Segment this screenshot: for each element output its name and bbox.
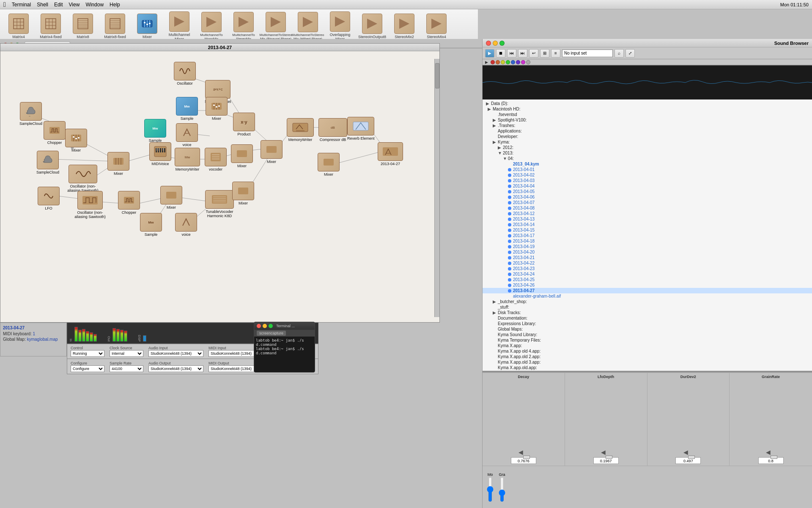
canvas-vscroll[interactable] (434, 59, 439, 317)
sb-prev-btn[interactable]: ⏮ (507, 49, 516, 58)
node-mixer2[interactable]: Mixer (65, 129, 87, 152)
tree-fseventsd[interactable]: .fseventsd (483, 112, 812, 117)
color-blue[interactable] (511, 60, 515, 64)
tree-0427[interactable]: 2013-04-27 (483, 288, 812, 293)
sb-search-btn[interactable]: ⌕ (614, 49, 624, 58)
tree-0423[interactable]: 2013-04-23 (483, 266, 812, 271)
node-product[interactable]: x·y Product (233, 113, 255, 136)
color-gray[interactable] (526, 60, 530, 64)
node-memwriter2[interactable]: Mw MemoryWriter (175, 148, 200, 171)
color-purple[interactable] (516, 60, 520, 64)
sb-play-btn[interactable]: ▶ (485, 49, 494, 58)
tree-0420[interactable]: 2013-04-20 (483, 249, 812, 255)
tree-spotlight[interactable]: ▶Spotlight-V100: (483, 117, 812, 123)
toolbar-mixer[interactable]: Mixer (132, 14, 162, 39)
tree-0421[interactable]: 2013-04-21 (483, 255, 812, 260)
tree-kymax-old[interactable]: Kyma X.app.old.app: (483, 365, 812, 370)
toolbar-stereomix2[interactable]: StereoMix2 (389, 14, 420, 39)
toolbar-matrix8fixed[interactable]: Matrix8-fixed (100, 14, 130, 39)
tree-butcher[interactable]: ▶_butcher_shop: (483, 299, 812, 304)
node-sample2[interactable]: Mw Sample (144, 119, 166, 143)
tree-0422[interactable]: 2013-04-22 (483, 260, 812, 266)
menu-window[interactable]: Window (85, 2, 104, 8)
vscroll-thumb[interactable] (435, 63, 439, 88)
sb-close-btn[interactable] (486, 41, 491, 46)
sample-rate-select[interactable]: 44100 (110, 365, 143, 372)
configure-select[interactable]: Configure (71, 365, 104, 372)
tree-0417[interactable]: 2013-04-17 (483, 233, 812, 238)
tree-applications[interactable]: Applications: (483, 128, 812, 134)
lfodepth-left-arrow[interactable]: ◀ (601, 449, 606, 456)
audio-output-select[interactable]: StudioKonnekt48 (1394) (148, 365, 203, 372)
tree-0413[interactable]: 2013-04-13 (483, 216, 812, 222)
node-mixer8[interactable]: Mixer (232, 182, 254, 205)
toolbar-multichannel-mixer[interactable]: Multichannel Mixer (164, 11, 195, 41)
tree-2012[interactable]: ▶2012: (483, 145, 812, 150)
sb-min-btn[interactable] (493, 41, 498, 46)
tree-0412[interactable]: 2013-04-12 (483, 211, 812, 216)
mo-slider[interactable] (486, 477, 494, 502)
tree-0402[interactable]: 2013-04-02 (483, 172, 812, 178)
node-chopper1[interactable]: Chopper (44, 121, 66, 145)
tree-stuff[interactable]: _stuff: (483, 304, 812, 310)
toolbar-stereoin8[interactable]: StereoInOutput8 (357, 14, 387, 39)
term-close-btn[interactable] (257, 324, 261, 328)
sb-stop-btn[interactable]: ⏹ (496, 49, 505, 58)
node-oscillator3[interactable]: Oscillator (non-aliasing Sawtooth) (73, 191, 107, 219)
term-max-btn[interactable] (269, 324, 273, 328)
node-mixer6[interactable]: Mixer (318, 153, 340, 177)
sb-file-tree[interactable]: ▶Data (D): ▶Macintosh HD: .fseventsd ▶Sp… (483, 99, 812, 371)
tree-kyma[interactable]: ▶Kyma: (483, 139, 812, 145)
durdev2-knob[interactable] (688, 456, 695, 459)
node-sample1[interactable]: Mw Sample (176, 97, 198, 121)
node-midivoice[interactable]: MIDIVoice (149, 142, 171, 166)
tree-0405[interactable]: 2013-04-05 (483, 189, 812, 194)
node-compressor[interactable]: dB Compressor dB (318, 118, 347, 142)
tree-kyma-sound[interactable]: Kyma Sound Library: (483, 332, 812, 337)
toolbar-matrix4[interactable]: Matrix4 (3, 14, 34, 39)
node-sample3[interactable]: Mw Sample (140, 213, 162, 237)
node-vocoder[interactable]: vocoder (205, 148, 227, 171)
menu-terminal[interactable]: Terminal (12, 2, 31, 8)
node-oscillator2[interactable]: Oscillator (non-aliasing Sawtooth) (66, 165, 100, 193)
tree-data[interactable]: ▶Data (D): (483, 101, 812, 106)
decay-knob[interactable] (523, 456, 530, 459)
menu-edit[interactable]: Edit (54, 2, 63, 8)
gra-slider[interactable] (498, 477, 506, 502)
tree-trashes[interactable]: ▶.Trashes: (483, 123, 812, 128)
tree-kymax-old4[interactable]: Kyma X.app old 4.app: (483, 348, 812, 354)
node-mixer1[interactable]: Mixer (206, 97, 228, 121)
sb-grid-btn[interactable]: ⊞ (540, 49, 549, 58)
tree-0419[interactable]: 2013-04-19 (483, 244, 812, 249)
grainrate-left-arrow[interactable]: ◀ (766, 449, 771, 456)
terminal-tab[interactable]: screencapture (257, 331, 286, 336)
tree-2013[interactable]: ▼2013: (483, 150, 812, 156)
tree-developer[interactable]: Developer: (483, 134, 812, 139)
durdev2-left-arrow[interactable]: ◀ (683, 449, 688, 456)
tree-kymax-old3[interactable]: Kyma X.app.old 3.app: (483, 359, 812, 365)
node-lfo[interactable]: LFO (38, 187, 60, 210)
decay-left-arrow[interactable]: ◀ (518, 449, 523, 456)
color-magenta[interactable] (521, 60, 525, 64)
tree-0418[interactable]: 2013-04-18 (483, 238, 812, 244)
tree-0426[interactable]: 2013-04-26 (483, 282, 812, 288)
lfodepth-knob[interactable] (606, 456, 612, 459)
tree-disk-tracks[interactable]: ▶Disk Tracks: (483, 310, 812, 315)
tree-kymax[interactable]: Kyma X.app: (483, 343, 812, 348)
tree-expressions[interactable]: Expressions Library: (483, 321, 812, 326)
sb-loop-btn[interactable]: ↩ (529, 49, 538, 58)
node-samplecloud2[interactable]: SampleCloud (36, 151, 59, 174)
node-mixer3[interactable]: Mixer (107, 152, 129, 176)
toolbar-matrix8[interactable]: Matrix8 (68, 14, 98, 39)
sb-max-btn[interactable] (499, 41, 505, 46)
tree-documentation[interactable]: Documentation: (483, 315, 812, 321)
node-mixer5[interactable]: Mixer (261, 140, 283, 164)
toolbar-mc-monomix[interactable]: MultichannelTo MonoMix (196, 12, 227, 41)
menu-view[interactable]: View (69, 2, 80, 8)
node-chopper2[interactable]: Chopper (118, 191, 140, 215)
tree-kyma-temp[interactable]: Kyma Temporary Files: (483, 337, 812, 343)
tree-04[interactable]: ▼04: (483, 156, 812, 161)
node-output[interactable]: 2013-04-27 (378, 142, 403, 166)
tree-0424[interactable]: 2013-04-24 (483, 271, 812, 277)
clock-source-select[interactable]: Internal (110, 350, 143, 357)
